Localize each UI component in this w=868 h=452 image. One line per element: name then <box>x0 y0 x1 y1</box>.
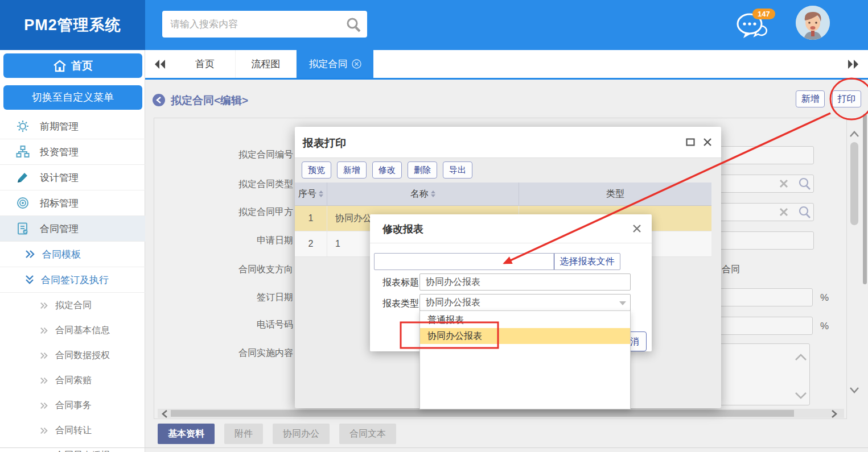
preview-button[interactable]: 预览 <box>302 161 331 179</box>
sidebar-scrollbar[interactable] <box>863 114 867 284</box>
add-report-button[interactable]: 新增 <box>337 161 367 179</box>
sidebar-item-zhaobiao[interactable]: 招标管理 <box>0 190 145 216</box>
tab-label: 首页 <box>195 57 215 71</box>
double-chevron-down-icon <box>25 275 34 285</box>
option-label-partial: 合同 <box>722 264 740 276</box>
scroll-left-icon[interactable] <box>161 410 169 418</box>
dropdown-option-collab[interactable]: 协同办公报表 <box>420 328 630 344</box>
sidebar-item-label: 合同转让 <box>55 425 92 437</box>
sort-icon[interactable] <box>319 190 323 197</box>
file-picker[interactable]: 选择报表文件 <box>374 253 620 270</box>
column-header-seq[interactable]: 序号 <box>295 183 327 205</box>
target-icon <box>16 196 30 210</box>
sidebar-item-label: 招标管理 <box>40 197 79 210</box>
restore-icon[interactable] <box>686 138 695 147</box>
delete-report-button[interactable]: 删除 <box>408 161 437 179</box>
scroll-up-icon[interactable] <box>849 130 859 138</box>
sidebar-item-hetong-qianding[interactable]: 合同签订及执行 <box>0 267 145 293</box>
sidebar-menu: 前期管理 投资管理 设计管理 招标管理 <box>0 114 145 452</box>
column-label: 类型 <box>606 188 624 200</box>
tab-attachments[interactable]: 附件 <box>224 424 263 444</box>
sidebar-item-label: 合同数据授权 <box>55 350 110 362</box>
notification-badge[interactable]: 147 <box>752 9 775 19</box>
tab-collaboration[interactable]: 协同办公 <box>273 424 330 444</box>
sidebar-item-hetong-suopei[interactable]: 合同索赔 <box>0 368 145 393</box>
app-window: PM2管理系统 147 首页 切 <box>0 0 868 452</box>
tab-label: 流程图 <box>252 57 281 71</box>
sidebar-item-label: 合同模板 <box>42 248 81 261</box>
horizontal-scrollbar-thumb[interactable] <box>171 410 794 417</box>
double-chevron-right-icon <box>40 352 48 359</box>
search-icon[interactable] <box>345 16 362 33</box>
sidebar-item-label: 合同基本信息 <box>55 325 110 337</box>
modal-title: 报表打印 <box>303 136 346 151</box>
clear-icon[interactable] <box>778 206 789 218</box>
double-chevron-right-icon <box>40 377 48 384</box>
tab-contract-text[interactable]: 合同文本 <box>339 424 396 444</box>
column-label: 名称 <box>410 188 429 200</box>
double-chevron-right-icon <box>40 427 48 434</box>
tab-label: 拟定合同 <box>309 57 348 71</box>
sidebar-home-label: 首页 <box>71 53 93 78</box>
magnifier-icon[interactable] <box>798 177 812 190</box>
sidebar-item-label: 合同管理 <box>40 222 79 235</box>
back-icon[interactable] <box>153 94 165 106</box>
form-label: 合同实施内容 <box>219 347 293 359</box>
choose-file-button[interactable]: 选择报表文件 <box>554 254 620 269</box>
sidebar-switch-menu-label: 切换至自定义菜单 <box>32 85 114 110</box>
print-button[interactable]: 打印 <box>832 90 861 107</box>
scroll-up-icon[interactable] <box>794 353 808 362</box>
search-input[interactable] <box>162 11 367 38</box>
sidebar-item-hetong-shuju[interactable]: 合同数据授权 <box>0 343 145 368</box>
scroll-down-icon[interactable] <box>849 387 859 395</box>
tab-basic-info[interactable]: 基本资料 <box>158 424 215 444</box>
sidebar-item-niding-hetong[interactable]: 拟定合同 <box>0 293 145 318</box>
sidebar-item-sheji[interactable]: 设计管理 <box>0 165 145 190</box>
cell-seq: 2 <box>295 231 327 256</box>
sidebar-item-touzi[interactable]: 投资管理 <box>0 139 145 165</box>
collapse-tabs-icon[interactable] <box>145 50 175 78</box>
close-icon[interactable] <box>352 59 361 69</box>
sidebar-item-hetong-shiwu[interactable]: 合同事务 <box>0 393 145 418</box>
report-type-dropdown: 普通报表 协同办公报表 <box>419 310 631 409</box>
export-report-button[interactable]: 导出 <box>443 161 472 179</box>
sidebar-item-label: 拟定合同 <box>55 300 92 312</box>
column-header-type[interactable]: 类型 <box>519 183 711 205</box>
sidebar-switch-menu-button[interactable]: 切换至自定义菜单 <box>3 85 142 110</box>
sidebar-item-hetong-muban[interactable]: 合同模板 <box>0 242 145 267</box>
vertical-scrollbar-thumb[interactable] <box>850 142 858 225</box>
clear-icon[interactable] <box>778 178 789 189</box>
sidebar-item-label: 合同事务 <box>55 400 92 412</box>
report-title-input[interactable] <box>419 273 631 291</box>
report-type-select[interactable]: 协同办公报表 <box>419 294 631 311</box>
bottom-tab-strip: 基本资料 附件 协同办公 合同文本 <box>158 424 396 444</box>
sidebar-home-button[interactable]: 首页 <box>3 53 142 78</box>
scroll-down-icon[interactable] <box>794 391 808 400</box>
sidebar-item-hetong[interactable]: 合同管理 <box>0 216 145 242</box>
sidebar-item-hetong-jiben[interactable]: 合同基本信息 <box>0 318 145 343</box>
caret-down-icon[interactable] <box>619 301 626 305</box>
form-label: 拟定合同甲方 <box>219 206 293 218</box>
tab-home[interactable]: 首页 <box>175 50 236 78</box>
tab-niding-hetong[interactable]: 拟定合同 <box>297 50 373 78</box>
close-icon[interactable] <box>632 224 641 233</box>
percent-suffix: % <box>820 292 829 304</box>
form-label: 合同收支方向 <box>219 264 293 276</box>
expand-tabs-icon[interactable] <box>838 50 868 78</box>
sidebar-item-qianqi[interactable]: 前期管理 <box>0 114 145 139</box>
sidebar-item-label: 前期管理 <box>40 120 79 133</box>
tab-flowchart[interactable]: 流程图 <box>236 50 297 78</box>
divider <box>370 243 652 243</box>
form-label: 签订日期 <box>219 292 293 304</box>
magnifier-icon[interactable] <box>798 205 812 219</box>
app-logo: PM2管理系统 <box>0 0 145 50</box>
edit-report-button[interactable]: 修改 <box>372 161 402 179</box>
sidebar-item-hetong-zhuanrang[interactable]: 合同转让 <box>0 418 145 443</box>
sort-icon[interactable] <box>431 190 435 197</box>
add-button[interactable]: 新增 <box>796 90 825 107</box>
avatar[interactable] <box>796 6 830 40</box>
dropdown-option-normal[interactable]: 普通报表 <box>420 312 630 328</box>
column-header-name[interactable]: 名称 <box>327 183 519 205</box>
scroll-right-icon[interactable] <box>830 410 838 418</box>
close-icon[interactable] <box>703 138 712 147</box>
